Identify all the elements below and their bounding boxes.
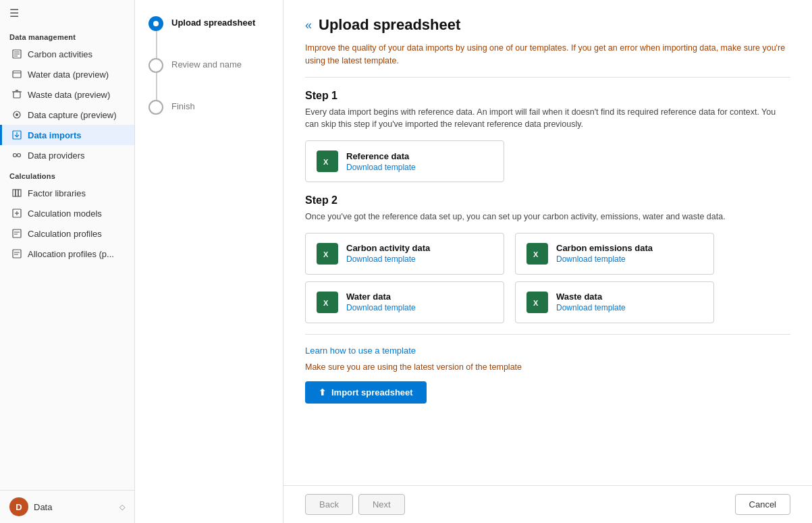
- sidebar-label-waste-data: Waste data (preview): [28, 90, 110, 100]
- main-scroll: « Upload spreadsheet Improve the quality…: [283, 0, 812, 485]
- main-content: « Upload spreadsheet Improve the quality…: [283, 0, 812, 523]
- upload-icon: ⬆: [319, 387, 326, 397]
- sidebar-label-water-data: Water data (preview): [28, 70, 109, 80]
- svg-rect-17: [16, 190, 18, 196]
- sidebar-bottom-label: Data: [34, 502, 52, 512]
- carbon-activity-title: Carbon activity data: [346, 243, 430, 253]
- step-upload-label: Upload spreadsheet: [171, 16, 255, 28]
- step-connector-2: [156, 73, 157, 100]
- sidebar-item-carbon-activities[interactable]: Carbon activities: [0, 44, 134, 64]
- data-management-section-label: Data management: [0, 26, 134, 44]
- allocation-profiles-icon: [11, 248, 22, 259]
- step2-heading: Step 2: [305, 194, 790, 207]
- sidebar-label-calculation-models: Calculation models: [28, 209, 102, 219]
- stepper-panel: Upload spreadsheet Review and name Finis…: [135, 0, 283, 523]
- svg-text:X: X: [323, 299, 329, 307]
- svg-rect-6: [13, 92, 20, 98]
- sidebar-item-calculation-models[interactable]: Calculation models: [0, 203, 134, 223]
- sidebar-bottom-user[interactable]: D Data ◇: [0, 490, 134, 523]
- calculations-section-label: Calculations: [0, 165, 134, 183]
- step1-cards-row: X Reference data Download template: [305, 140, 790, 182]
- sidebar-item-factor-libraries[interactable]: Factor libraries: [0, 183, 134, 203]
- step-review-circle: [148, 58, 163, 73]
- warning-text: Make sure you are using the latest versi…: [305, 362, 790, 372]
- svg-rect-16: [13, 190, 16, 196]
- step-upload: Upload spreadsheet: [148, 16, 269, 31]
- step1-section: Step 1 Every data import begins with ref…: [305, 90, 790, 183]
- reference-data-excel-icon: X: [317, 150, 338, 172]
- sidebar-item-calculation-profiles[interactable]: Calculation profiles: [0, 223, 134, 244]
- waste-data-download-link[interactable]: Download template: [556, 303, 626, 312]
- sidebar-label-carbon-activities: Carbon activities: [28, 49, 92, 59]
- waste-data-title: Waste data: [556, 292, 626, 302]
- expand-icon: ◇: [119, 503, 125, 512]
- next-button: Next: [358, 494, 405, 515]
- sidebar-label-allocation-profiles: Allocation profiles (p...: [28, 249, 114, 259]
- svg-rect-4: [13, 71, 21, 78]
- svg-point-14: [18, 154, 21, 157]
- back-chevron-icon[interactable]: «: [305, 18, 312, 32]
- hamburger-icon[interactable]: ☰: [0, 0, 134, 26]
- waste-data-card[interactable]: X Waste data Download template: [515, 281, 714, 323]
- water-data-download-link[interactable]: Download template: [346, 303, 416, 312]
- sidebar-item-data-imports[interactable]: Data imports: [0, 125, 134, 145]
- carbon-emissions-text: Carbon emissions data Download template: [556, 243, 653, 264]
- back-button[interactable]: Back: [305, 494, 353, 515]
- sidebar-item-waste-data[interactable]: Waste data (preview): [0, 84, 134, 105]
- carbon-emissions-data-card[interactable]: X Carbon emissions data Download templat…: [515, 233, 714, 275]
- water-data-excel-icon: X: [317, 292, 338, 313]
- page-header: « Upload spreadsheet: [305, 16, 790, 34]
- import-spreadsheet-button[interactable]: ⬆ Import spreadsheet: [305, 381, 427, 404]
- step1-heading: Step 1: [305, 90, 790, 102]
- sidebar-item-data-providers[interactable]: Data providers: [0, 145, 134, 165]
- data-providers-icon: [11, 150, 22, 161]
- step-review: Review and name: [148, 58, 269, 73]
- water-data-card[interactable]: X Water data Download template: [305, 281, 504, 323]
- carbon-activity-excel-icon: X: [317, 243, 338, 265]
- waste-data-text: Waste data Download template: [556, 292, 626, 312]
- sidebar-item-water-data[interactable]: Water data (preview): [0, 64, 134, 84]
- svg-text:X: X: [533, 299, 539, 307]
- data-capture-icon: [11, 109, 22, 120]
- section-divider: [305, 334, 790, 335]
- page-title: Upload spreadsheet: [319, 16, 460, 34]
- svg-rect-22: [13, 229, 21, 238]
- step1-description: Every data import begins with reference …: [305, 106, 790, 132]
- sidebar-label-calculation-profiles: Calculation profiles: [28, 229, 102, 239]
- water-data-title: Water data: [346, 292, 416, 302]
- learn-template-link[interactable]: Learn how to use a template: [305, 346, 790, 356]
- footer: Back Next Cancel: [283, 485, 812, 523]
- sidebar-item-allocation-profiles[interactable]: Allocation profiles (p...: [0, 244, 134, 264]
- reference-data-download-link[interactable]: Download template: [346, 163, 416, 172]
- step-finish-label: Finish: [171, 100, 195, 111]
- svg-point-28: [153, 21, 159, 26]
- step-upload-circle: [148, 16, 163, 31]
- carbon-activity-data-card[interactable]: X Carbon activity data Download template: [305, 233, 504, 275]
- sidebar-item-data-capture[interactable]: Data capture (preview): [0, 105, 134, 125]
- svg-text:X: X: [323, 250, 329, 258]
- import-btn-label: Import spreadsheet: [331, 387, 413, 397]
- step2-description: Once you've got the reference data set u…: [305, 211, 790, 223]
- step2-section: Step 2 Once you've got the reference dat…: [305, 194, 790, 323]
- svg-rect-25: [13, 250, 21, 258]
- svg-point-10: [16, 113, 18, 116]
- svg-text:X: X: [323, 158, 329, 166]
- sidebar: ☰ Data management Carbon activities Wate…: [0, 0, 135, 523]
- carbon-activity-download-link[interactable]: Download template: [346, 254, 430, 264]
- carbon-activities-icon: [11, 49, 22, 59]
- reference-data-title: Reference data: [346, 151, 416, 161]
- reference-data-card[interactable]: X Reference data Download template: [305, 140, 504, 182]
- sidebar-label-data-capture: Data capture (preview): [28, 110, 117, 120]
- sidebar-label-factor-libraries: Factor libraries: [28, 188, 86, 198]
- carbon-activity-text: Carbon activity data Download template: [346, 243, 430, 264]
- user-avatar: D: [9, 497, 28, 516]
- step-finish-circle: [148, 100, 163, 115]
- cancel-button[interactable]: Cancel: [735, 494, 790, 515]
- water-data-icon: [11, 69, 22, 80]
- carbon-emissions-title: Carbon emissions data: [556, 243, 653, 253]
- water-data-text: Water data Download template: [346, 292, 416, 312]
- calculation-models-icon: [11, 208, 22, 219]
- calculation-profiles-icon: [11, 228, 22, 239]
- sidebar-label-data-providers: Data providers: [28, 150, 85, 161]
- carbon-emissions-download-link[interactable]: Download template: [556, 254, 653, 264]
